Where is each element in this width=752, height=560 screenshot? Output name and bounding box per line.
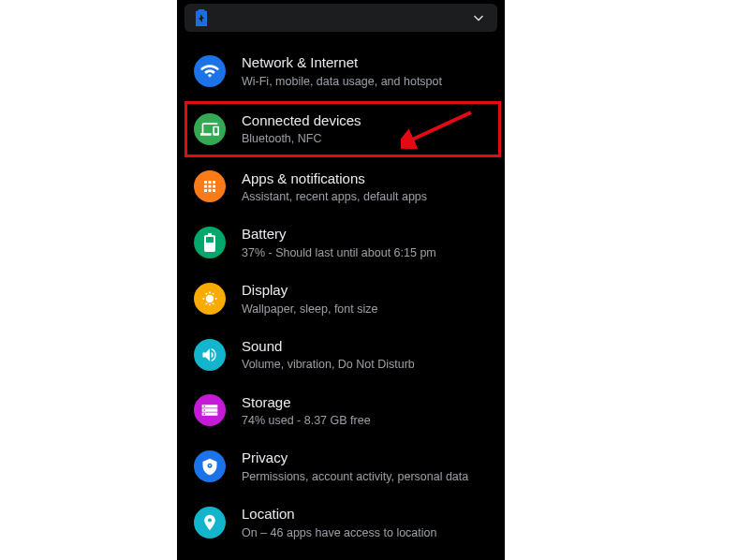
settings-screen: Network & Internet Wi-Fi, mobile, data u… — [177, 0, 505, 560]
settings-item-privacy[interactable]: Privacy Permissions, account activity, p… — [184, 438, 505, 494]
item-title: Connected devices — [242, 111, 361, 130]
devices-icon — [194, 113, 226, 145]
item-subtitle: 74% used - 8.37 GB free — [242, 413, 371, 428]
item-subtitle: Wi-Fi, mobile, data usage, and hotspot — [242, 74, 442, 89]
item-subtitle: Wallpaper, sleep, font size — [242, 302, 377, 317]
settings-item-network[interactable]: Network & Internet Wi-Fi, mobile, data u… — [184, 43, 505, 99]
settings-item-connected-devices[interactable]: Connected devices Bluetooth, NFC — [184, 101, 501, 157]
item-subtitle: Permissions, account activity, personal … — [242, 469, 468, 484]
settings-item-apps[interactable]: Apps & notifications Assistant, recent a… — [184, 159, 505, 215]
item-subtitle: Assistant, recent apps, default apps — [242, 189, 427, 204]
item-title: Sound — [242, 337, 415, 356]
privacy-icon — [194, 450, 226, 482]
storage-icon — [194, 394, 226, 426]
notification-bar[interactable] — [184, 4, 497, 32]
settings-item-location[interactable]: Location On – 46 apps have access to loc… — [184, 494, 505, 551]
item-subtitle: Volume, vibration, Do Not Disturb — [242, 357, 415, 372]
item-title: Storage — [242, 393, 371, 412]
item-title: Battery — [242, 225, 436, 243]
location-icon — [194, 507, 226, 538]
item-title: Location — [242, 505, 436, 523]
sound-icon — [194, 339, 226, 371]
item-title: Display — [242, 281, 377, 300]
display-icon — [194, 283, 226, 315]
item-title: Apps & notifications — [242, 169, 427, 188]
chevron-down-icon[interactable] — [471, 10, 486, 25]
wifi-icon — [194, 55, 226, 87]
svg-point-2 — [203, 410, 205, 412]
settings-list: Network & Internet Wi-Fi, mobile, data u… — [177, 43, 505, 551]
battery-charging-icon — [196, 9, 207, 26]
settings-item-storage[interactable]: Storage 74% used - 8.37 GB free — [184, 383, 505, 439]
svg-point-3 — [203, 414, 205, 416]
item-title: Privacy — [242, 449, 468, 467]
item-title: Network & Internet — [242, 53, 442, 72]
svg-rect-0 — [206, 237, 214, 243]
item-subtitle: On – 46 apps have access to location — [242, 525, 436, 540]
settings-item-battery[interactable]: Battery 37% - Should last until about 6:… — [184, 214, 505, 271]
item-subtitle: 37% - Should last until about 6:15 pm — [242, 245, 436, 260]
settings-item-display[interactable]: Display Wallpaper, sleep, font size — [184, 271, 505, 327]
svg-point-1 — [203, 405, 205, 407]
item-subtitle: Bluetooth, NFC — [242, 131, 361, 146]
settings-item-sound[interactable]: Sound Volume, vibration, Do Not Disturb — [184, 327, 505, 383]
apps-icon — [194, 170, 226, 202]
battery-icon — [194, 227, 226, 258]
